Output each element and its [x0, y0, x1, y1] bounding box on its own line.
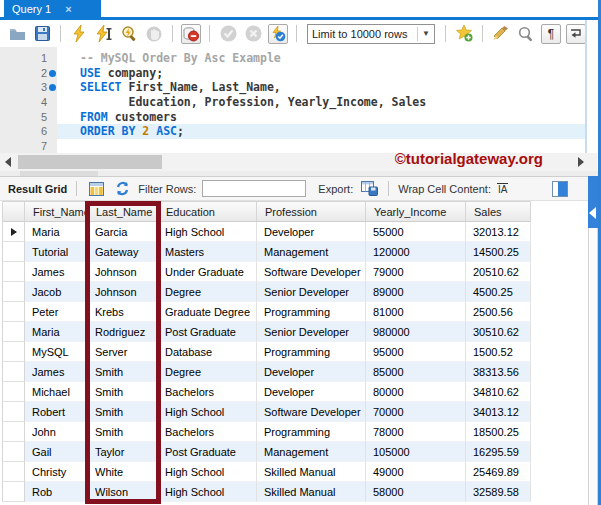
cell-last_name[interactable]: Johnson — [88, 262, 158, 282]
cell-profession[interactable]: Senior Developer — [257, 282, 366, 302]
cell-last_name[interactable]: Wilson — [88, 482, 158, 502]
cell-education[interactable]: Under Graduate — [158, 262, 257, 282]
cell-profession[interactable]: Programming — [257, 302, 366, 322]
beautify-icon[interactable] — [491, 24, 511, 44]
cell-yearly_income[interactable]: 55000 — [366, 222, 466, 242]
cell-first_name[interactable]: Christy — [25, 462, 88, 482]
cell-yearly_income[interactable]: 105000 — [366, 442, 466, 462]
scroll-left-icon[interactable] — [5, 157, 11, 167]
cell-education[interactable]: Post Graduate — [158, 442, 257, 462]
cell-sales[interactable]: 14500.25 — [466, 242, 531, 262]
row-marker[interactable] — [2, 402, 25, 422]
cell-first_name[interactable]: Rob — [25, 482, 88, 502]
execute-icon[interactable] — [69, 24, 89, 44]
cell-sales[interactable]: 2500.56 — [466, 302, 531, 322]
cell-last_name[interactable]: Taylor — [88, 442, 158, 462]
table-row[interactable]: JacobJohnsonDegreeSenior Developer890004… — [2, 282, 531, 302]
cell-sales[interactable]: 1500.52 — [466, 342, 531, 362]
table-row[interactable]: RobertSmithHigh SchoolSoftware Developer… — [2, 402, 531, 422]
cell-first_name[interactable]: Gail — [25, 442, 88, 462]
cell-yearly_income[interactable]: 85000 — [366, 362, 466, 382]
code-line[interactable]: SELECT First_Name, Last_Name, — [57, 80, 585, 95]
cell-education[interactable]: Masters — [158, 242, 257, 262]
cell-sales[interactable]: 25469.89 — [466, 462, 531, 482]
row-marker[interactable] — [2, 302, 25, 322]
explain-icon[interactable] — [119, 24, 139, 44]
column-header-sales[interactable]: Sales — [466, 201, 531, 222]
code-line[interactable]: FROM customers — [57, 110, 585, 125]
cell-last_name[interactable]: Rodriguez — [88, 322, 158, 342]
cell-sales[interactable]: 34013.12 — [466, 402, 531, 422]
cell-first_name[interactable]: James — [25, 362, 88, 382]
column-header-first_name[interactable]: First_Name — [25, 201, 88, 222]
result-grid[interactable]: First_NameLast_NameEducationProfessionYe… — [2, 201, 531, 502]
code-line[interactable]: -- MySQL Order By Asc Example — [57, 51, 585, 66]
toggle-stop-on-error-icon[interactable] — [181, 24, 201, 44]
vertical-scrollbar-thumb[interactable] — [588, 176, 598, 228]
row-marker[interactable] — [2, 222, 25, 242]
code-line[interactable]: ORDER BY 2 ASC; — [57, 124, 585, 139]
sql-editor[interactable]: 1234567 -- MySQL Order By Asc ExampleUSE… — [0, 47, 585, 153]
cell-yearly_income[interactable]: 58000 — [366, 482, 466, 502]
cell-education[interactable]: Post Graduate — [158, 322, 257, 342]
cell-profession[interactable]: Skilled Manual — [257, 482, 366, 502]
code-line[interactable]: Education, Profession, Yearly_Income, Sa… — [57, 95, 585, 110]
wrap-cell-icon[interactable]: IA — [497, 183, 508, 195]
row-marker[interactable] — [2, 482, 25, 502]
cell-yearly_income[interactable]: 80000 — [366, 382, 466, 402]
cell-sales[interactable]: 34810.62 — [466, 382, 531, 402]
cell-profession[interactable]: Software Developer — [257, 402, 366, 422]
table-row[interactable]: JamesSmithDegreeDeveloper8500038313.56 — [2, 362, 531, 382]
cell-sales[interactable]: 38313.56 — [466, 362, 531, 382]
cell-sales[interactable]: 4500.25 — [466, 282, 531, 302]
cell-last_name[interactable]: Smith — [88, 382, 158, 402]
table-row[interactable]: MichaelSmithBachelorsDeveloper8000034810… — [2, 382, 531, 402]
column-header-profession[interactable]: Profession — [257, 201, 366, 222]
code-line[interactable]: USE company; — [57, 66, 585, 81]
invisible-chars-icon[interactable]: ¶ — [541, 24, 561, 44]
cell-education[interactable]: High School — [158, 462, 257, 482]
cell-sales[interactable]: 32013.12 — [466, 222, 531, 242]
cell-last_name[interactable]: Gateway — [88, 242, 158, 262]
cell-yearly_income[interactable]: 95000 — [366, 342, 466, 362]
cell-last_name[interactable]: White — [88, 462, 158, 482]
cell-sales[interactable]: 18500.25 — [466, 422, 531, 442]
cell-education[interactable]: Degree — [158, 282, 257, 302]
cell-yearly_income[interactable]: 89000 — [366, 282, 466, 302]
row-marker[interactable] — [2, 322, 25, 342]
cell-yearly_income[interactable]: 120000 — [366, 242, 466, 262]
cell-yearly_income[interactable]: 81000 — [366, 302, 466, 322]
row-marker[interactable] — [2, 342, 25, 362]
save-icon[interactable] — [32, 24, 52, 44]
row-marker[interactable] — [2, 262, 25, 282]
cell-profession[interactable]: Developer — [257, 382, 366, 402]
cell-sales[interactable]: 20510.62 — [466, 262, 531, 282]
row-marker[interactable] — [2, 282, 25, 302]
cell-education[interactable]: Graduate Degree — [158, 302, 257, 322]
cell-yearly_income[interactable]: 79000 — [366, 262, 466, 282]
cell-profession[interactable]: Programming — [257, 422, 366, 442]
cell-education[interactable]: Database — [158, 342, 257, 362]
find-icon[interactable] — [516, 24, 536, 44]
cell-profession[interactable]: Developer — [257, 222, 366, 242]
cell-last_name[interactable]: Krebs — [88, 302, 158, 322]
open-file-icon[interactable] — [7, 24, 27, 44]
panel-toggle-icon[interactable] — [552, 181, 568, 197]
cell-last_name[interactable]: Smith — [88, 402, 158, 422]
code-area[interactable]: -- MySQL Order By Asc ExampleUSE company… — [57, 47, 585, 153]
cell-yearly_income[interactable]: 49000 — [366, 462, 466, 482]
execute-current-icon[interactable] — [94, 24, 114, 44]
close-icon[interactable]: × — [65, 3, 71, 15]
scroll-right-icon[interactable] — [578, 157, 584, 167]
cell-first_name[interactable]: MySQL — [25, 342, 88, 362]
cell-last_name[interactable]: Smith — [88, 422, 158, 442]
table-row[interactable]: MariaGarciaHigh SchoolDeveloper550003201… — [2, 222, 531, 242]
cell-profession[interactable]: Software Developer — [257, 262, 366, 282]
column-header-education[interactable]: Education — [158, 201, 257, 222]
cell-yearly_income[interactable]: 70000 — [366, 402, 466, 422]
row-marker[interactable] — [2, 442, 25, 462]
table-row[interactable]: JohnSmithBachelorsProgramming7800018500.… — [2, 422, 531, 442]
cell-last_name[interactable]: Smith — [88, 362, 158, 382]
rollback-icon[interactable] — [243, 24, 263, 44]
cell-first_name[interactable]: Maria — [25, 222, 88, 242]
